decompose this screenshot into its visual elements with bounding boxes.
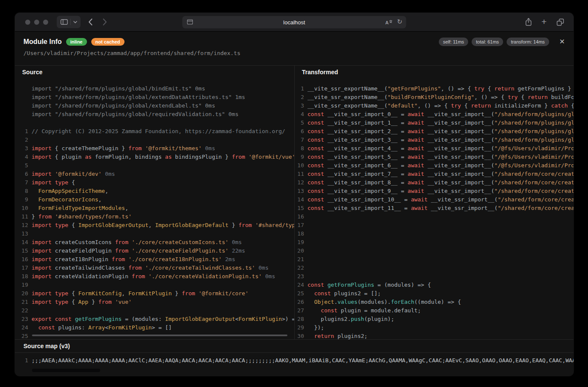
line-number: 18: [15, 272, 30, 281]
browser-toolbar: localhost A ↻ +: [15, 13, 574, 32]
page-settings-icon[interactable]: [187, 19, 193, 24]
code-line: 10 FormFieldTypeImportModules,: [15, 204, 294, 212]
line-content: import createValidationPlugin from './co…: [32, 272, 294, 281]
line-number: 3: [15, 144, 30, 153]
line-content: const __vite_ssr_import_8__ = await __vi…: [307, 178, 574, 187]
code-line: 8 FormAppSpecificTheme,: [15, 187, 294, 195]
line-number: 13: [295, 187, 306, 195]
horizontal-scrollbar-thumb[interactable]: [32, 369, 100, 372]
line-number: 2: [15, 136, 30, 144]
line-content: const __vite_ssr_import_0__ = await __vi…: [307, 110, 574, 119]
translate-icon[interactable]: A: [385, 19, 393, 25]
line-content: __vite_ssr_exportName__("buildFormKitPlu…: [307, 93, 574, 102]
line-number: 22: [15, 306, 30, 315]
horizontal-scrollbar[interactable]: [32, 335, 287, 336]
line-number: 22: [295, 264, 306, 272]
line-number: 2: [295, 93, 306, 102]
line-number: 5: [15, 161, 30, 170]
line-content: ;;;AAEA;AAAkC;AAAA;AAAA;AAAA;AAClC;AAEA;…: [32, 356, 574, 365]
line-number: [15, 93, 30, 102]
line-number: 16: [15, 255, 30, 264]
toolbar-right-buttons: +: [525, 18, 564, 26]
line-number: 14: [15, 238, 30, 247]
module-inspect-page: Module Info inline not cached self: 11ms…: [15, 32, 574, 376]
code-line: 1;;;AAEA;AAAkC;AAAA;AAAA;AAAA;AAClC;AAEA…: [15, 356, 574, 365]
code-line: 2: [15, 136, 294, 144]
line-content: [307, 264, 574, 272]
line-number: 21: [15, 298, 30, 306]
svg-text:A: A: [385, 20, 389, 25]
share-button[interactable]: [525, 18, 532, 26]
line-content: const __vite_ssr_import_3__ = await __vi…: [307, 136, 574, 144]
sourcemap-code: 1;;;AAEA;AAAkC;AAAA;AAAA;AAAA;AAClC;AAEA…: [15, 353, 574, 365]
address-bar[interactable]: localhost A ↻: [182, 16, 406, 28]
code-line: 19: [15, 281, 294, 289]
status-badge-not-cached: not cached: [91, 38, 125, 46]
zoom-window-button[interactable]: [43, 20, 48, 25]
code-line: import "/shared/form/plugins/global/exte…: [15, 102, 294, 110]
code-line: 12import type { ImportGlobEagerOutput, I…: [15, 221, 294, 230]
code-line: 1__vite_ssr_exportName__("getFormPlugins…: [295, 84, 574, 93]
line-number: 19: [15, 281, 30, 289]
line-number: 30: [295, 332, 306, 339]
code-line: 22: [15, 306, 294, 315]
source-pane-title: Source: [15, 66, 294, 79]
line-content: return plugins2;: [307, 332, 574, 339]
line-content: const __vite_ssr_import_10__ = await __v…: [307, 195, 574, 204]
line-number: 13: [15, 230, 30, 238]
new-tab-button[interactable]: +: [542, 17, 547, 26]
line-content: import "/shared/form/plugins/global/bind…: [32, 84, 294, 93]
code-line: 5const __vite_ssr_import_1__ = await __v…: [295, 119, 574, 127]
line-number: 10: [295, 161, 306, 170]
line-content: __vite_ssr_exportName__("default", () =>…: [307, 102, 574, 110]
line-number: 4: [15, 153, 30, 161]
code-line: 18: [295, 230, 574, 238]
code-line: 16: [295, 212, 574, 221]
line-number: 19: [295, 238, 306, 247]
reload-button[interactable]: ↻: [397, 17, 403, 25]
line-content: } from '#shared/types/form.ts': [32, 212, 294, 221]
line-number: 12: [15, 221, 30, 230]
code-line: 28 plugins2.push(plugin);: [295, 315, 574, 323]
code-line: import "/shared/form/plugins/global/requ…: [15, 110, 294, 119]
code-line: 17: [295, 221, 574, 230]
line-content: const __vite_ssr_import_4__ = await __vi…: [307, 144, 574, 153]
line-number: 1: [295, 84, 306, 93]
line-number: 24: [15, 323, 30, 332]
line-content: const __vite_ssr_import_7__ = await __vi…: [307, 170, 574, 178]
line-content: FormFieldTypeImportModules,: [32, 204, 294, 212]
module-file-path: /Users/vladimir/Projects/zammad/app/fron…: [23, 50, 565, 56]
line-content: [307, 272, 574, 281]
line-number: 9: [15, 195, 30, 204]
tab-overview-button[interactable]: [556, 18, 564, 26]
line-content: [307, 247, 574, 255]
line-content: import "/shared/form/plugins/global/exte…: [32, 93, 294, 102]
back-button[interactable]: [88, 18, 93, 26]
code-line: 26 Object.values(modules).forEach((modul…: [295, 298, 574, 306]
code-line: 6const __vite_ssr_import_2__ = await __v…: [295, 127, 574, 136]
line-number: [15, 110, 30, 119]
code-line: 7import type {: [15, 178, 294, 187]
transformed-pane: Transformed 1__vite_ssr_exportName__("ge…: [294, 66, 574, 339]
code-line: 19: [295, 238, 574, 247]
line-content: [32, 161, 294, 170]
line-number: 1: [15, 127, 30, 136]
code-line: 27 const plugin = module.default;: [295, 306, 574, 315]
line-content: const __vite_ssr_import_11__ = await __v…: [307, 204, 574, 212]
line-number: 11: [295, 170, 306, 178]
code-line: 11const __vite_ssr_import_7__ = await __…: [295, 170, 574, 178]
code-line: 17import createTailwindClasses from './c…: [15, 264, 294, 272]
line-number: [15, 102, 30, 110]
line-content: FormAppSpecificTheme,: [32, 187, 294, 195]
line-number: 20: [295, 247, 306, 255]
close-window-button[interactable]: [25, 20, 30, 25]
minimize-window-button[interactable]: [34, 20, 39, 25]
line-number: 18: [295, 230, 306, 238]
timing-badge-total: total: 61ms: [472, 38, 503, 46]
sidebar-toggle-button[interactable]: [57, 16, 81, 28]
line-content: import "/shared/form/plugins/global/requ…: [32, 110, 294, 119]
line-number: 8: [295, 144, 306, 153]
close-icon[interactable]: ✕: [559, 38, 565, 45]
code-line: 9 FormDecoratorIcons,: [15, 195, 294, 204]
forward-button[interactable]: [103, 18, 107, 26]
